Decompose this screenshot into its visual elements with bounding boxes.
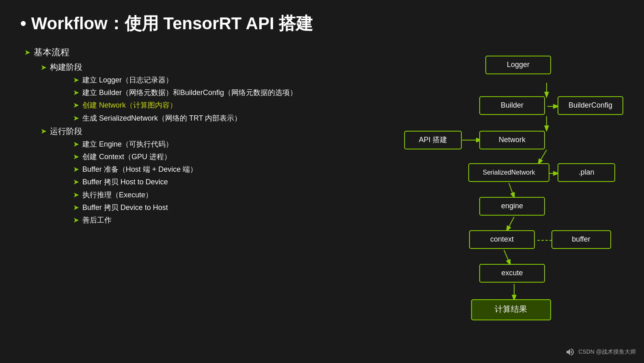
run-list-item: ➤Buffer 准备（Host 端 + Device 端） xyxy=(73,164,312,175)
footer: CSDN @战术摸鱼大师 xyxy=(565,347,636,357)
svg-line-7 xyxy=(507,217,514,231)
build-list-item: ➤生成 SerializedNetwork（网络的 TRT 内部表示） xyxy=(73,113,312,123)
svg-text:计算结果: 计算结果 xyxy=(495,305,527,313)
build-list-item: ➤创建 Network（计算图内容） xyxy=(73,100,312,110)
section-build: ➤ 构建阶段 ➤建立 Logger（日志记录器）➤建立 Builder（网络元数… xyxy=(41,62,312,123)
arrow-icon-2: ➤ xyxy=(41,63,47,72)
arrow-icon: ➤ xyxy=(73,75,79,85)
build-items: ➤建立 Logger（日志记录器）➤建立 Builder（网络元数据）和Buil… xyxy=(73,75,312,123)
title-text: Workflow：使用 TensorRT API 搭建 xyxy=(31,12,313,35)
build-list-item: ➤建立 Logger（日志记录器） xyxy=(73,75,312,85)
svg-text:API 搭建: API 搭建 xyxy=(419,136,447,144)
footer-text: CSDN @战术摸鱼大师 xyxy=(578,348,636,356)
arrow-icon: ➤ xyxy=(73,139,79,149)
svg-text:Logger: Logger xyxy=(507,61,530,69)
run-items: ➤建立 Engine（可执行代码）➤创建 Context（GPU 进程）➤Buf… xyxy=(73,139,312,225)
main-title: • Workflow：使用 TensorRT API 搭建 xyxy=(20,12,624,35)
svg-text:context: context xyxy=(490,235,514,243)
svg-text:engine: engine xyxy=(501,202,523,210)
run-list-item: ➤善后工作 xyxy=(73,215,312,225)
run-list-item: ➤Buffer 拷贝 Host to Device xyxy=(73,177,312,187)
build-list-item: ➤建立 Builder（网络元数据）和BuilderConfig（网络元数据的选… xyxy=(73,88,312,98)
svg-text:.plan: .plan xyxy=(578,168,594,176)
run-list-item: ➤执行推理（Execute） xyxy=(73,190,312,200)
section-run: ➤ 运行阶段 ➤建立 Engine（可执行代码）➤创建 Context（GPU … xyxy=(41,126,312,225)
arrow-icon: ➤ xyxy=(73,100,79,110)
arrow-icon-1: ➤ xyxy=(24,48,30,57)
svg-line-4 xyxy=(538,150,547,164)
arrow-icon: ➤ xyxy=(73,215,79,225)
arrow-icon: ➤ xyxy=(73,88,79,98)
level2-run-label: ➤ 运行阶段 xyxy=(41,126,312,137)
svg-text:Network: Network xyxy=(499,136,526,144)
svg-text:BuilderConfig: BuilderConfig xyxy=(569,101,612,109)
bullet-dot: • xyxy=(20,14,26,33)
level1-label: ➤ 基本流程 xyxy=(24,46,312,58)
svg-line-6 xyxy=(509,183,514,197)
svg-text:Builder: Builder xyxy=(501,101,523,109)
section-basic-flow: ➤ 基本流程 ➤ 构建阶段 ➤建立 Logger（日志记录器）➤建立 Build… xyxy=(24,46,312,225)
arrow-icon: ➤ xyxy=(73,152,79,162)
run-list-item: ➤创建 Context（GPU 进程） xyxy=(73,152,312,162)
arrow-icon: ➤ xyxy=(73,164,79,175)
left-content: ➤ 基本流程 ➤ 构建阶段 ➤建立 Logger（日志记录器）➤建立 Build… xyxy=(20,46,312,225)
arrow-icon-3: ➤ xyxy=(41,127,47,136)
level2-build-label: ➤ 构建阶段 xyxy=(41,62,312,73)
arrow-icon: ➤ xyxy=(73,177,79,187)
arrow-icon: ➤ xyxy=(73,113,79,123)
svg-line-9 xyxy=(504,250,510,264)
svg-text:SerializedNetwork: SerializedNetwork xyxy=(483,169,536,176)
arrow-icon: ➤ xyxy=(73,190,79,200)
slide-container: • Workflow：使用 TensorRT API 搭建 ➤ 基本流程 ➤ 构… xyxy=(0,0,644,363)
run-list-item: ➤建立 Engine（可执行代码） xyxy=(73,139,312,149)
run-list-item: ➤Buffer 拷贝 Device to Host xyxy=(73,203,312,213)
speaker-icon xyxy=(565,347,575,357)
flowchart: Logger Builder BuilderConfig API 搭建 Netw… xyxy=(401,41,628,341)
svg-text:excute: excute xyxy=(501,269,523,277)
flow-svg: Logger Builder BuilderConfig API 搭建 Netw… xyxy=(401,41,628,341)
svg-text:buffer: buffer xyxy=(572,235,590,243)
arrow-icon: ➤ xyxy=(73,203,79,213)
